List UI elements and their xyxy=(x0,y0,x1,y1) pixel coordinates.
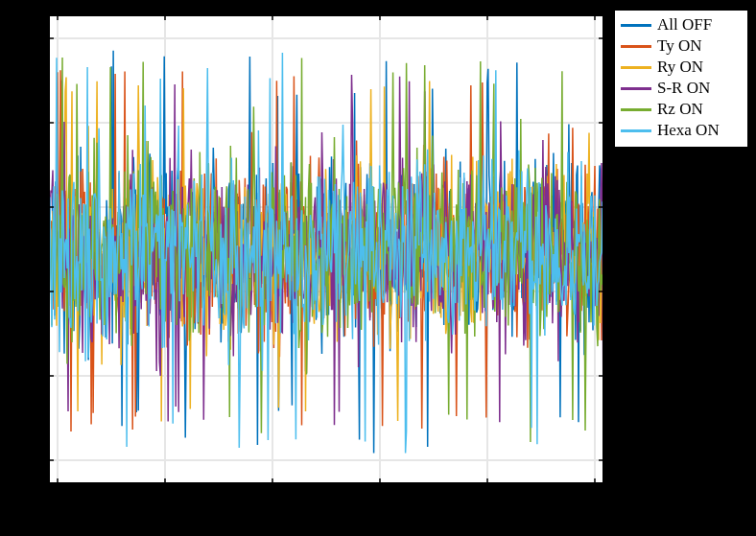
legend-item-ty-on: Ty ON xyxy=(621,35,742,57)
legend-swatch xyxy=(621,129,651,132)
plot-svg xyxy=(48,14,604,484)
legend-item-ry-on: Ry ON xyxy=(621,57,742,78)
legend-label: All OFF xyxy=(657,15,712,35)
chart-plot-area xyxy=(48,14,604,484)
legend-label: Ry ON xyxy=(657,58,703,77)
legend-label: S-R ON xyxy=(657,79,710,98)
legend-swatch xyxy=(621,45,651,48)
legend-item-all-off: All OFF xyxy=(621,14,742,35)
series-group xyxy=(48,51,604,454)
legend-swatch xyxy=(621,66,651,69)
legend-swatch xyxy=(621,108,651,111)
legend-label: Rz ON xyxy=(657,100,703,119)
legend-label: Hexa ON xyxy=(657,121,720,140)
legend: All OFF Ty ON Ry ON S-R ON Rz ON Hexa ON xyxy=(614,10,748,148)
legend-swatch xyxy=(621,87,651,90)
legend-item-rz-on: Rz ON xyxy=(621,99,742,120)
legend-swatch xyxy=(621,24,651,27)
legend-item-sr-on: S-R ON xyxy=(621,78,742,99)
legend-label: Ty ON xyxy=(657,36,702,56)
legend-item-hexa-on: Hexa ON xyxy=(621,120,742,141)
